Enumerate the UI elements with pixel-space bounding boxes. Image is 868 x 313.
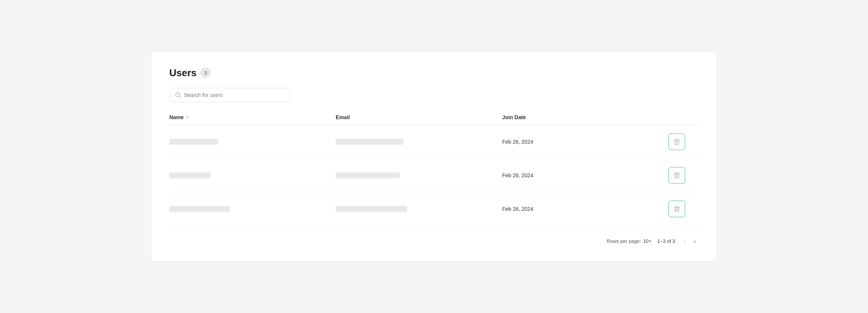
page-container: Users 3 Name ↑ Email Join Date [151, 52, 717, 261]
sort-asc-icon[interactable]: ↑ [186, 115, 188, 120]
header-row: Users 3 [169, 67, 699, 79]
join-date-1: Feb 26, 2024 [502, 139, 669, 145]
col-email-label: Email [336, 114, 350, 120]
table-row: Feb 26, 2024 [169, 192, 699, 226]
delete-button-1[interactable] [669, 133, 685, 150]
user-name-skeleton-1 [169, 139, 336, 145]
table-header: Name ↑ Email Join Date [169, 114, 699, 125]
delete-button-2-wrapper [669, 167, 699, 184]
page-info: 1–3 of 3 [657, 238, 675, 244]
table-container: Name ↑ Email Join Date Feb 26, 2024 [169, 114, 699, 226]
chevron-down-icon: ▾ [649, 239, 651, 243]
join-date-3: Feb 26, 2024 [502, 206, 669, 212]
delete-button-2[interactable] [669, 167, 685, 184]
chevron-right-icon: › [694, 238, 696, 245]
next-page-button[interactable]: › [691, 236, 699, 246]
trash-icon-2 [673, 172, 680, 179]
join-date-2: Feb 26, 2024 [502, 172, 669, 178]
trash-icon-3 [673, 206, 680, 212]
col-header-name: Name ↑ [169, 114, 336, 120]
page-title: Users [169, 67, 196, 79]
user-email-skeleton-3 [336, 206, 502, 212]
chevron-left-icon: ‹ [684, 238, 686, 245]
search-icon [175, 92, 181, 98]
table-row: Feb 26, 2024 [169, 159, 699, 192]
user-email-skeleton-1 [336, 139, 502, 145]
pagination-buttons: ‹ › [681, 236, 699, 246]
search-input[interactable] [184, 92, 284, 98]
prev-page-button[interactable]: ‹ [681, 236, 689, 246]
col-header-joindate: Join Date [502, 114, 669, 120]
rows-per-page: Rows per page: 10 ▾ [607, 238, 652, 244]
search-container [169, 88, 699, 102]
user-name-skeleton-3 [169, 206, 336, 212]
rows-per-page-value: 10 [643, 238, 649, 244]
col-name-label: Name [169, 114, 184, 120]
user-email-skeleton-2 [336, 172, 502, 178]
rows-per-page-select[interactable]: 10 ▾ [643, 238, 651, 244]
table-row: Feb 26, 2024 [169, 125, 699, 159]
svg-line-1 [179, 96, 180, 97]
rows-per-page-label: Rows per page: [607, 238, 641, 244]
user-name-skeleton-2 [169, 172, 336, 178]
col-joindate-label: Join Date [502, 114, 526, 120]
col-header-actions [669, 114, 699, 120]
search-input-wrapper [169, 88, 290, 102]
trash-icon-1 [673, 138, 680, 145]
pagination-row: Rows per page: 10 ▾ 1–3 of 3 ‹ › [169, 233, 699, 246]
delete-button-3[interactable] [669, 201, 685, 217]
delete-button-3-wrapper [669, 201, 699, 217]
user-count-badge: 3 [200, 68, 211, 78]
col-header-email: Email [336, 114, 502, 120]
delete-button-1-wrapper [669, 133, 699, 150]
